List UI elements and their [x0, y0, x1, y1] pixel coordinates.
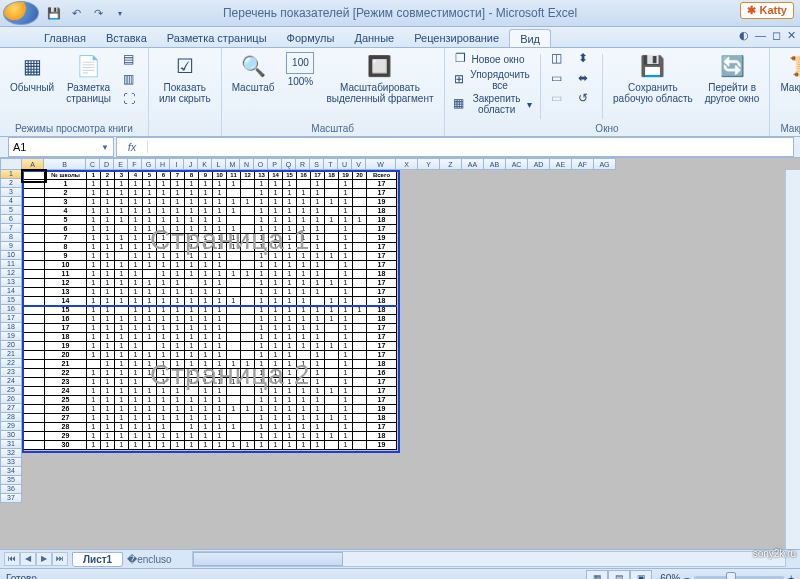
- row-header[interactable]: 15: [0, 296, 22, 305]
- column-header[interactable]: AF: [572, 158, 594, 170]
- row-header[interactable]: 34: [0, 467, 22, 476]
- row-header[interactable]: 16: [0, 305, 22, 314]
- worksheet-area[interactable]: 1234567891011121314151617181920212223242…: [0, 158, 800, 549]
- first-sheet-icon[interactable]: ⏮: [4, 552, 20, 566]
- row-header[interactable]: 11: [0, 260, 22, 269]
- column-header[interactable]: J: [184, 158, 198, 170]
- select-all-corner[interactable]: [0, 158, 22, 170]
- row-header[interactable]: 35: [0, 476, 22, 485]
- pagebreak-view-button[interactable]: ▤: [119, 51, 142, 69]
- new-window-button[interactable]: ❐Новое окно: [451, 50, 527, 68]
- row-header[interactable]: 20: [0, 341, 22, 350]
- column-header[interactable]: W: [366, 158, 396, 170]
- row-header[interactable]: 2: [0, 179, 22, 188]
- row-header[interactable]: 6: [0, 215, 22, 224]
- row-header[interactable]: 13: [0, 278, 22, 287]
- column-header[interactable]: O: [254, 158, 268, 170]
- column-header[interactable]: L: [212, 158, 226, 170]
- tab-вид[interactable]: Вид: [509, 29, 551, 47]
- column-header[interactable]: B: [44, 158, 86, 170]
- sheet-tab[interactable]: Лист1: [72, 552, 123, 567]
- column-header[interactable]: R: [296, 158, 310, 170]
- new-sheet-icon[interactable]: �encluso: [127, 554, 171, 565]
- row-header[interactable]: 31: [0, 440, 22, 449]
- row-header[interactable]: 28: [0, 413, 22, 422]
- row-header[interactable]: 36: [0, 485, 22, 494]
- zoom-100-button[interactable]: 100100%: [282, 50, 318, 89]
- row-header[interactable]: 10: [0, 251, 22, 260]
- fx-icon[interactable]: fx: [117, 141, 148, 153]
- column-header[interactable]: V: [352, 158, 366, 170]
- normal-view-icon[interactable]: ▦: [586, 570, 608, 579]
- split-button[interactable]: ◫: [546, 50, 569, 68]
- column-header[interactable]: AG: [594, 158, 616, 170]
- tab-разметка страницы[interactable]: Разметка страницы: [157, 29, 277, 47]
- column-header[interactable]: Z: [440, 158, 462, 170]
- freeze-button[interactable]: ▦Закрепить области ▾: [451, 92, 534, 116]
- save-icon[interactable]: 💾: [46, 5, 62, 21]
- column-header[interactable]: AA: [462, 158, 484, 170]
- column-header[interactable]: AD: [528, 158, 550, 170]
- row-header[interactable]: 9: [0, 242, 22, 251]
- arrange-button[interactable]: ⊞Упорядочить все: [451, 68, 534, 92]
- column-header[interactable]: A: [22, 158, 44, 170]
- column-header[interactable]: AE: [550, 158, 572, 170]
- row-header[interactable]: 22: [0, 359, 22, 368]
- scroll-thumb[interactable]: [193, 552, 343, 566]
- prev-sheet-icon[interactable]: ◀: [20, 552, 36, 566]
- tab-рецензирование[interactable]: Рецензирование: [404, 29, 509, 47]
- sync-scroll-button[interactable]: ⬍: [573, 50, 596, 68]
- column-header[interactable]: M: [226, 158, 240, 170]
- row-header[interactable]: 29: [0, 422, 22, 431]
- unhide-button[interactable]: ▭: [546, 90, 569, 108]
- row-header[interactable]: 17: [0, 314, 22, 323]
- minimize-icon[interactable]: —: [755, 29, 766, 42]
- cell-grid[interactable]: № школы1234567891011121314151617181920Вс…: [22, 170, 397, 450]
- user-badge[interactable]: ✱ Katty: [740, 2, 794, 19]
- page-break-line[interactable]: [23, 305, 397, 307]
- column-header[interactable]: P: [268, 158, 282, 170]
- column-header[interactable]: D: [100, 158, 114, 170]
- row-header[interactable]: 32: [0, 449, 22, 458]
- column-header[interactable]: G: [142, 158, 156, 170]
- row-header[interactable]: 12: [0, 269, 22, 278]
- layout-view-icon[interactable]: ▤: [608, 570, 630, 579]
- name-box[interactable]: A1▼: [8, 137, 114, 157]
- qat-dropdown-icon[interactable]: ▾: [112, 5, 128, 21]
- office-button[interactable]: [3, 1, 39, 25]
- zoom-button[interactable]: 🔍Масштаб: [228, 50, 279, 95]
- macros-button[interactable]: 📜Макросы: [776, 50, 800, 95]
- tab-формулы[interactable]: Формулы: [277, 29, 345, 47]
- row-header[interactable]: 7: [0, 224, 22, 233]
- row-header[interactable]: 14: [0, 287, 22, 296]
- column-header[interactable]: F: [128, 158, 142, 170]
- column-header[interactable]: E: [114, 158, 128, 170]
- tab-вставка[interactable]: Вставка: [96, 29, 157, 47]
- reset-pos-button[interactable]: ↺: [573, 90, 596, 108]
- switch-window-button[interactable]: 🔄Перейти в другое окно: [701, 50, 764, 106]
- column-header[interactable]: Y: [418, 158, 440, 170]
- vertical-scrollbar[interactable]: [785, 170, 800, 549]
- row-header[interactable]: 24: [0, 377, 22, 386]
- row-header[interactable]: 18: [0, 323, 22, 332]
- zoom-thumb[interactable]: [726, 572, 736, 579]
- close-icon[interactable]: ✕: [787, 29, 796, 42]
- zoom-level[interactable]: 60%: [660, 573, 680, 580]
- row-header[interactable]: 5: [0, 206, 22, 215]
- column-header[interactable]: K: [198, 158, 212, 170]
- column-header[interactable]: C: [86, 158, 100, 170]
- row-header[interactable]: 27: [0, 404, 22, 413]
- row-header[interactable]: 30: [0, 431, 22, 440]
- row-header[interactable]: 4: [0, 197, 22, 206]
- zoom-out-icon[interactable]: −: [684, 573, 690, 580]
- column-header[interactable]: N: [240, 158, 254, 170]
- row-header[interactable]: 1: [0, 170, 22, 179]
- row-header[interactable]: 8: [0, 233, 22, 242]
- column-header[interactable]: AC: [506, 158, 528, 170]
- zoom-selection-button[interactable]: 🔲Масштабировать выделенный фрагмент: [322, 50, 437, 106]
- horizontal-scrollbar[interactable]: [192, 551, 786, 567]
- row-header[interactable]: 25: [0, 386, 22, 395]
- normal-view-button[interactable]: ▦Обычный: [6, 50, 58, 95]
- last-sheet-icon[interactable]: ⏭: [52, 552, 68, 566]
- column-header[interactable]: Q: [282, 158, 296, 170]
